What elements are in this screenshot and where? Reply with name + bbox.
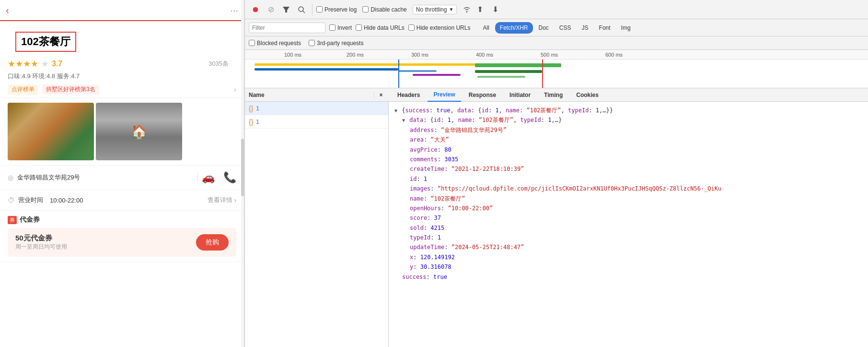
tick-200ms: 200 ms	[346, 50, 364, 60]
blocked-requests-label: Blocked requests	[257, 40, 301, 47]
tab-fetch-xhr[interactable]: Fetch/XHR	[495, 22, 533, 34]
json-root: {success: true, data: {id: 1, name: “102…	[394, 106, 862, 115]
disable-cache-input[interactable]	[362, 6, 369, 12]
json-avgprice: avgPrice: 80	[394, 145, 862, 155]
stars: ★★★★	[8, 59, 38, 69]
badge-arrow[interactable]: ›	[234, 85, 236, 94]
hide-ext-urls-checkbox[interactable]: Hide extension URLs	[408, 24, 471, 31]
detail-tabs: Headers Preview Response Initiator Timin…	[388, 88, 868, 102]
hide-ext-urls-label: Hide extension URLs	[417, 24, 471, 31]
json-address: address: “金华路锦昌文华苑29号”	[394, 125, 862, 135]
voucher-name: 50元代金券	[15, 234, 67, 243]
photo-shop[interactable]: 🏠	[96, 103, 182, 160]
bar-purple	[413, 74, 461, 76]
json-openhours: openHours: “10:00-22:00”	[394, 203, 862, 213]
json-updatetime: updateTime: “2024-05-25T21:48:47”	[394, 242, 862, 252]
data-triangle[interactable]	[402, 116, 405, 124]
bar-green-3	[477, 76, 525, 78]
voucher-section: 券 代金券 50元代金券 周一至周日均可使用 抢购	[0, 211, 244, 262]
invert-checkbox[interactable]: Invert	[329, 24, 352, 31]
upload-button[interactable]: ⬆	[473, 3, 486, 16]
row-name-2: 1	[256, 119, 259, 125]
preserve-log-checkbox[interactable]: Preserve log	[316, 6, 357, 13]
scrollbar-thumb[interactable]	[241, 139, 244, 196]
json-data-line: data: {id: 1, name: “102茶餐厅”, typeId: 1,…	[394, 115, 862, 125]
tab-cookies[interactable]: Cookies	[570, 88, 604, 102]
tab-response[interactable]: Response	[463, 88, 502, 102]
separator	[312, 4, 312, 15]
tab-preview[interactable]: Preview	[428, 88, 461, 102]
wifi-icon	[463, 6, 471, 13]
clock-icon: ⏱	[8, 196, 14, 204]
third-party-input[interactable]	[309, 40, 315, 46]
restaurant-name: 102茶餐厅	[15, 32, 76, 52]
review-count: 3035条	[208, 60, 229, 68]
root-triangle[interactable]	[394, 107, 397, 115]
photo-food[interactable]	[8, 103, 94, 160]
tab-timing[interactable]: Timing	[538, 88, 568, 102]
hours-value: 10:00-22:00	[50, 197, 83, 204]
voucher-buy-button[interactable]: 抢购	[196, 234, 229, 251]
badge-rank: 拱墅区好评榜第3名	[42, 84, 99, 95]
invert-input[interactable]	[329, 24, 336, 31]
filter-input[interactable]	[249, 23, 325, 33]
network-row-2[interactable]: {} 1	[245, 115, 388, 129]
throttle-dropdown[interactable]: No throttling ▼	[413, 5, 457, 14]
third-party-checkbox[interactable]: 3rd-party requests	[309, 40, 363, 47]
tab-css[interactable]: CSS	[555, 22, 576, 34]
preserve-log-input[interactable]	[316, 6, 323, 12]
devtools-toolbar: ⏺ ⊘ Preserve log Disable cache No thrott…	[245, 0, 868, 19]
json-typeid: typeId: 1	[394, 233, 862, 242]
svg-marker-0	[283, 7, 289, 12]
json-comments: comments: 3035	[394, 155, 862, 164]
disable-cache-label: Disable cache	[370, 6, 406, 13]
hours-label: 营业时间	[18, 196, 43, 204]
tick-100ms: 100 ms	[283, 50, 301, 60]
filter-icon-button[interactable]	[279, 3, 293, 16]
download-button[interactable]: ⬇	[488, 3, 502, 16]
details-link[interactable]: 查看详情 ›	[208, 196, 236, 204]
json-id: id: 1	[394, 174, 862, 184]
phone-icon[interactable]: 📞	[223, 171, 236, 184]
filter-bar: Invert Hide data URLs Hide extension URL…	[245, 19, 868, 36]
network-list: {} 1 {} 1	[245, 102, 389, 347]
tab-doc[interactable]: Doc	[534, 22, 554, 34]
hide-ext-urls-input[interactable]	[408, 24, 415, 31]
search-button[interactable]	[295, 3, 308, 16]
hide-data-urls-input[interactable]	[356, 24, 362, 31]
json-images: images: “https://qcloud.dpfile.com/pc/ji…	[394, 184, 862, 193]
star-empty: ★	[41, 59, 49, 69]
blue-line	[398, 60, 399, 88]
voucher-tag: 券	[8, 216, 17, 224]
voucher-info: 50元代金券 周一至周日均可使用	[15, 234, 67, 251]
tab-font[interactable]: Font	[594, 22, 615, 34]
tab-all[interactable]: All	[478, 22, 494, 34]
close-panel-button[interactable]: ×	[374, 92, 388, 98]
network-row-1[interactable]: {} 1	[245, 102, 388, 115]
stop-recording-button[interactable]: ⏺	[249, 3, 262, 16]
timeline: 100 ms 200 ms 300 ms 400 ms 500 ms 600 m…	[245, 50, 868, 88]
tab-js[interactable]: JS	[577, 22, 593, 34]
blocked-requests-checkbox[interactable]: Blocked requests	[249, 40, 301, 47]
more-button[interactable]: ···	[230, 5, 238, 16]
back-button[interactable]: ‹	[6, 5, 9, 16]
disable-cache-checkbox[interactable]: Disable cache	[362, 6, 406, 13]
json-createtime: createTime: “2021-12-22T18:10:39”	[394, 164, 862, 174]
throttle-arrow-icon: ▼	[449, 7, 453, 12]
detail-content: {success: true, data: {id: 1, name: “102…	[389, 102, 868, 347]
tab-headers[interactable]: Headers	[392, 88, 426, 102]
svg-point-1	[299, 7, 303, 12]
blocked-requests-input[interactable]	[249, 40, 255, 46]
json-area: area: “大关”	[394, 135, 862, 144]
tab-initiator[interactable]: Initiator	[504, 88, 536, 102]
tab-img[interactable]: Img	[616, 22, 636, 34]
scrollbar-track	[241, 0, 244, 347]
hide-data-urls-checkbox[interactable]: Hide data URLs	[356, 24, 405, 31]
voucher-desc: 周一至周日均可使用	[15, 243, 67, 251]
top-bar: ‹ ···	[0, 0, 244, 21]
car-icon[interactable]: 🚗	[202, 171, 215, 184]
rating-number: 3.7	[52, 60, 62, 68]
clear-button[interactable]: ⊘	[264, 3, 278, 16]
bar-blue	[255, 68, 398, 71]
network-table: Name × Headers Preview Response Initiato…	[245, 88, 868, 347]
